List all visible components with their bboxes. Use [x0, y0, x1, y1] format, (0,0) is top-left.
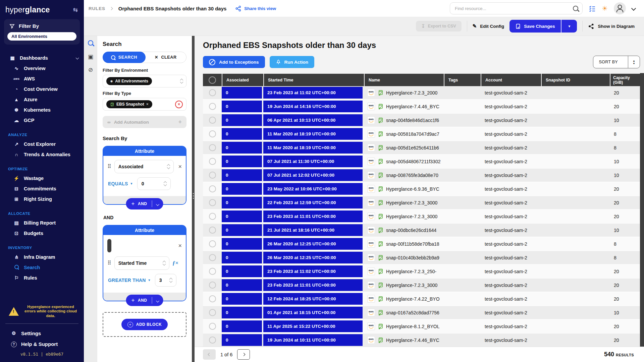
- clear-type-filter-icon[interactable]: ×: [175, 101, 183, 108]
- table-row[interactable]: 0 22 Feb 2023 at 12:59 UTC+00:00 aws Hyp…: [203, 196, 640, 210]
- row-radio[interactable]: [209, 240, 216, 247]
- row-radio[interactable]: [209, 309, 216, 316]
- table-row[interactable]: 0 07 Jul 2021 at 11:30 UTC+00:00 aws sna…: [203, 155, 640, 169]
- row-radio[interactable]: [209, 158, 216, 165]
- table-row[interactable]: 0 01 Apr 2021 at 18:15 UTC+00:00 aws sna…: [203, 306, 640, 320]
- sidebar-item-wastage[interactable]: ⚡Wastage: [0, 173, 84, 183]
- search-tab-icon[interactable]: [88, 40, 93, 47]
- table-row[interactable]: 0 07 Jul 2021 at 12:02 UTC+00:00 aws sna…: [203, 169, 640, 182]
- table-row[interactable]: 0 23 Feb 2023 at 11:02 UTC+00:00 aws Hyp…: [203, 265, 640, 279]
- table-row[interactable]: 0 26 Mar 2020 at 12:25 UTC+00:00 aws sna…: [203, 237, 640, 251]
- row-radio[interactable]: [209, 227, 216, 234]
- cell-name[interactable]: aws snap-004fde846d1acc1f6: [364, 114, 444, 127]
- drag-handle-icon[interactable]: ⠿: [107, 261, 111, 265]
- save-changes-button[interactable]: Save Changes: [509, 20, 561, 33]
- cell-name[interactable]: aws Hyperglance-6.9.36_BYC: [364, 182, 444, 195]
- theme-sun-icon[interactable]: ☀: [602, 5, 608, 12]
- sidebar-item-aws[interactable]: awsAWS: [0, 73, 84, 84]
- row-radio[interactable]: [209, 268, 216, 275]
- remove-block-icon[interactable]: ×: [178, 243, 182, 248]
- col-header-account[interactable]: Account: [481, 74, 541, 86]
- table-row[interactable]: 0 23 Feb 2023 at 11:01 UTC+00:00 aws Hyp…: [203, 210, 640, 224]
- user-avatar[interactable]: [614, 2, 626, 14]
- show-in-diagram-button[interactable]: Show in Diagram: [588, 23, 635, 29]
- row-radio[interactable]: [209, 117, 216, 124]
- attribute-block-header[interactable]: Attribute: [103, 226, 186, 235]
- task-list-icon[interactable]: [589, 5, 596, 12]
- cell-name[interactable]: aws Hyperglance-7.4.46_BYC: [364, 334, 444, 347]
- cell-name[interactable]: aws snap-008765fe3da08e70: [364, 169, 444, 182]
- save-options-dropdown[interactable]: ▼: [561, 20, 577, 33]
- edit-config-button[interactable]: ✎ Edit Config: [473, 23, 504, 29]
- cell-name[interactable]: aws snap-005818a7047d9ac7: [364, 127, 444, 140]
- and-options-chevron-icon[interactable]: [152, 201, 163, 207]
- add-automation-button[interactable]: ∞ Add Automation +: [103, 116, 186, 128]
- cell-name[interactable]: aws snap-005d48067211f3302: [364, 155, 444, 168]
- cell-name[interactable]: aws snap-005d1e625c6411b6: [364, 141, 444, 154]
- row-radio[interactable]: [209, 282, 216, 289]
- attribute-field-select[interactable]: Associated: [114, 160, 174, 173]
- sidebar-item-budgets[interactable]: ⊡Budgets: [0, 228, 84, 238]
- sidebar-item-search[interactable]: Search: [0, 262, 84, 273]
- sidebar-item-infra-diagram[interactable]: ⋔Infra Diagram: [0, 252, 84, 262]
- number-stepper-icon[interactable]: [164, 182, 166, 186]
- sidebar-item-commitments[interactable]: ⊟Commitments: [0, 183, 84, 194]
- row-radio[interactable]: [209, 337, 216, 344]
- cell-name[interactable]: aws Hyperglance-7.2.3_250-: [364, 265, 444, 278]
- breadcrumb-rules[interactable]: RULES: [89, 6, 105, 11]
- sidebar-item-right-sizing[interactable]: ⊞Right Sizing: [0, 194, 84, 204]
- sidebar-item-cost-overview[interactable]: ◔Cost Overview: [0, 84, 84, 94]
- table-row[interactable]: 0 11 Mar 2020 at 18:19 UTC+00:00 aws sna…: [203, 141, 640, 155]
- operator-dropdown[interactable]: EQUALS▼: [108, 181, 133, 186]
- ebs-snapshot-tag[interactable]: EBS Snapshot×: [106, 100, 152, 108]
- cell-name[interactable]: aws Hyperglance-7.4.46_BYC: [364, 100, 444, 113]
- row-radio[interactable]: [209, 213, 216, 220]
- row-radio[interactable]: [209, 89, 216, 96]
- cell-name[interactable]: aws snap-0167a52c8dad7756: [364, 306, 444, 319]
- number-stepper-icon[interactable]: [170, 278, 172, 282]
- table-row[interactable]: 0 23 Feb 2023 at 11:02 UTC+00:00 aws Hyp…: [203, 86, 640, 100]
- and-options-chevron-icon[interactable]: [152, 297, 163, 303]
- add-and-condition-button[interactable]: +AND: [126, 295, 163, 306]
- sidebar-item-trends-anomalies[interactable]: ∩Trends & Anomalies: [0, 149, 84, 160]
- scroll-grip[interactable]: [107, 239, 111, 252]
- cell-name[interactable]: aws Hyperglance-8.1.2_BYOL: [364, 320, 444, 333]
- table-row[interactable]: 0 06 Apr 2021 at 10:13 UTC+00:00 aws sna…: [203, 114, 640, 127]
- cell-name[interactable]: aws snap-00f11b58de70fba18: [364, 237, 444, 250]
- table-row[interactable]: 0 11 Apr 2025 at 15:22 UTC+00:00 aws Hyp…: [203, 320, 640, 334]
- saved-views-icon[interactable]: ▣: [88, 54, 93, 60]
- search-button[interactable]: SEARCH: [103, 52, 146, 63]
- operator-dropdown[interactable]: GREATER THAN▼: [108, 278, 151, 283]
- row-radio[interactable]: [209, 144, 216, 151]
- col-header-associated[interactable]: Associated: [222, 74, 263, 86]
- value-input[interactable]: 3: [155, 274, 176, 287]
- table-row[interactable]: 0 23 Feb 2023 at 11:01 UTC+00:00 aws Hyp…: [203, 279, 640, 292]
- cell-name[interactable]: aws Hyperglance-7.2.3_2000: [364, 86, 444, 99]
- function-fx-icon[interactable]: ƒ×: [172, 260, 178, 266]
- environment-select[interactable]: ∗All Environments: [103, 75, 186, 87]
- exclusions-icon[interactable]: ⊘: [88, 67, 93, 73]
- attribute-block-header[interactable]: Attribute: [103, 146, 186, 156]
- filter-by-button[interactable]: Filter By: [7, 22, 76, 32]
- row-radio[interactable]: [209, 103, 216, 110]
- col-header-snapshot-id[interactable]: Snapshot ID: [541, 74, 610, 86]
- value-input[interactable]: 0: [137, 177, 171, 190]
- environment-filter-pill[interactable]: All Environments: [7, 32, 76, 41]
- clear-button[interactable]: × CLEAR: [141, 52, 186, 63]
- cell-name[interactable]: aws snap-010c40b3ebb2b9a9: [364, 251, 444, 264]
- sort-by-dropdown[interactable]: SORT BY ▲▼: [593, 56, 640, 68]
- table-row[interactable]: 0 19 Jun 2024 at 10:11 UTC+00:00 aws Hyp…: [203, 334, 640, 347]
- sidebar-item-rules[interactable]: ⚐Rules: [0, 273, 84, 283]
- table-row[interactable]: 0 19 Jun 2024 at 14:16 UTC+00:00 aws Hyp…: [203, 100, 640, 114]
- table-scrollbar[interactable]: [640, 73, 644, 347]
- remove-block-icon[interactable]: ×: [178, 164, 182, 169]
- col-header-capacity[interactable]: Capacity (GiB): [610, 74, 640, 86]
- cell-name[interactable]: aws snap-00dbc6e26cd1644: [364, 224, 444, 237]
- add-to-exceptions-button[interactable]: Add to Exceptions: [203, 56, 265, 68]
- table-row[interactable]: 0 21 Jul 2021 at 18:16 UTC+00:00 aws sna…: [203, 224, 640, 237]
- row-radio[interactable]: [209, 323, 216, 330]
- run-action-button[interactable]: Run Action: [270, 56, 315, 68]
- sidebar-item-dashboards[interactable]: ▦ Dashboards: [0, 53, 84, 63]
- next-page-button[interactable]: [237, 349, 250, 360]
- cell-name[interactable]: aws Hyperglance-7.2.3_3000: [364, 196, 444, 209]
